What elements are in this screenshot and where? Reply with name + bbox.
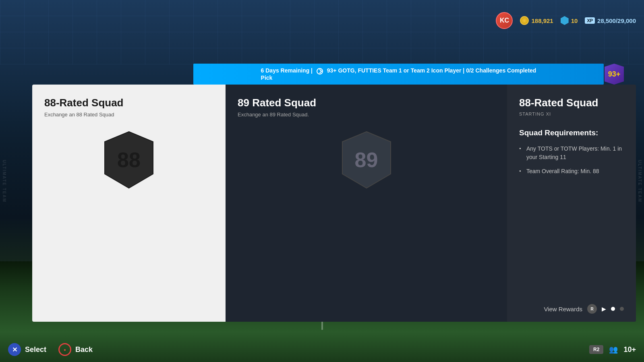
avatar: KC — [496, 12, 513, 29]
arrow-right-icon: ▶ — [602, 306, 606, 312]
days-remaining: 6 Days Remaining — [261, 67, 310, 74]
banner-pick: Pick — [261, 74, 273, 81]
main-cards-area: 88-Rated Squad Exchange an 88 Rated Squa… — [32, 85, 636, 322]
shield-count: 10 — [571, 17, 578, 24]
requirement-1: Any TOTS or TOTW Players: Min. 1 in your… — [519, 145, 624, 161]
page-dot-active — [611, 307, 615, 311]
circle-button-icon: ● — [58, 343, 71, 356]
right-side-watermark: ULTIMATE TEAM — [638, 159, 642, 202]
banner-reward: 93+ GOTG, FUTTIES Team 1 or Team 2 Icon … — [327, 67, 462, 74]
view-rewards-text: View Rewards — [544, 306, 582, 312]
requirements-title: Squad Requirements: — [519, 128, 624, 137]
bottom-right-info: R2 👥 10+ — [589, 345, 636, 354]
xp-group: XP 28,500/29,000 — [585, 17, 636, 24]
card-89-rated[interactable]: 89 Rated Squad Exchange an 89 Rated Squa… — [226, 85, 507, 322]
r-button[interactable]: R — [587, 304, 597, 314]
shield-number-88: 88 — [117, 148, 141, 172]
shield-badge-89: 89 — [340, 130, 393, 190]
shield-badge-88: 88 — [103, 130, 155, 190]
card-left-rating-badge: 88 — [44, 130, 213, 190]
card-left-subtitle: Exchange an 88 Rated Squad — [44, 112, 213, 118]
card-requirements: 88-Rated Squad STARTING XI Squad Require… — [507, 85, 636, 322]
x-button-icon: ✕ — [8, 343, 21, 356]
coins-value: 188,921 — [531, 17, 553, 24]
people-count: 10+ — [623, 345, 636, 354]
shield-number-89: 89 — [355, 148, 378, 172]
banner-text: 6 Days Remaining | 93+ GOTG, FUTTIES Tea… — [261, 67, 536, 81]
bottom-bar: ✕ Select ● Back R2 👥 10+ — [8, 343, 636, 356]
refresh-icon — [317, 68, 323, 74]
badge-93: 93+ — [605, 64, 624, 85]
banner-separator-1: | — [311, 67, 314, 74]
banner-separator-2: | — [463, 67, 466, 74]
card-left-title: 88-Rated Squad — [44, 97, 213, 109]
requirement-2: Team Overall Rating: Min. 88 — [519, 167, 624, 176]
card-right-title: 88-Rated Squad — [519, 97, 624, 109]
back-label: Back — [75, 345, 93, 354]
shield-icon — [561, 16, 569, 25]
card-right-subtitle: STARTING XI — [519, 112, 624, 116]
left-side-watermark: ULTIMATE TEAM — [2, 159, 6, 202]
view-rewards-bar[interactable]: View Rewards R ▶ — [507, 304, 636, 314]
coin-icon — [520, 16, 529, 25]
card-88-rated[interactable]: 88-Rated Squad Exchange an 88 Rated Squa… — [32, 85, 226, 322]
back-action[interactable]: ● Back — [58, 343, 93, 356]
page-dot-inactive — [620, 307, 624, 311]
card-middle-subtitle: Exchange an 89 Rated Squad. — [238, 112, 495, 118]
card-middle-title: 89 Rated Squad — [238, 97, 495, 109]
people-icon: 👥 — [609, 345, 618, 354]
requirements-list: Any TOTS or TOTW Players: Min. 1 in your… — [519, 145, 624, 176]
select-label: Select — [25, 345, 46, 354]
shield-group: 10 — [561, 16, 578, 25]
event-banner: 6 Days Remaining | 93+ GOTG, FUTTIES Tea… — [193, 64, 604, 85]
bottom-left-actions: ✕ Select ● Back — [8, 343, 93, 356]
banner-challenges: 0/2 Challenges Completed — [466, 67, 536, 74]
select-action[interactable]: ✕ Select — [8, 343, 46, 356]
coins-group: 188,921 — [520, 16, 553, 25]
r2-button[interactable]: R2 — [589, 345, 603, 354]
bg-grid-pattern — [0, 0, 644, 64]
xp-value: 28,500/29,000 — [597, 17, 636, 24]
top-bar: KC 188,921 10 XP 28,500/29,000 — [496, 12, 636, 29]
xp-badge: XP — [585, 17, 595, 24]
card-middle-rating-badge: 89 — [238, 130, 495, 190]
